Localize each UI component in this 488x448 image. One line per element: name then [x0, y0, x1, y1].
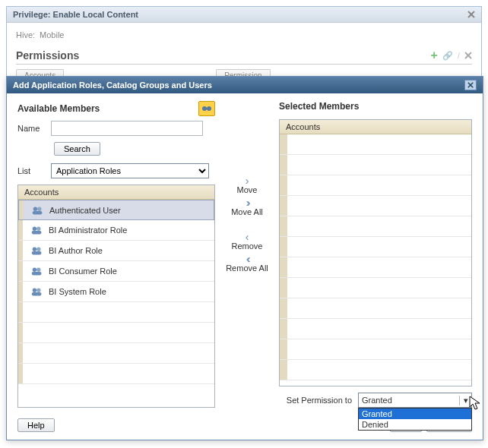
- empty-selected-row: [280, 175, 471, 196]
- hive-label: Hive:: [16, 30, 35, 39]
- set-permission-value: Granted: [362, 396, 392, 405]
- privilege-title: Privilege: Enable Local Content: [13, 10, 138, 19]
- search-button[interactable]: Search: [54, 142, 100, 156]
- set-permission-row: Set Permission to Granted ▾ GrantedDenie…: [279, 393, 472, 408]
- selected-list: Accounts: [279, 119, 472, 386]
- available-role-row[interactable]: BI Administrator Role: [18, 220, 214, 241]
- empty-selected-row: [280, 278, 471, 298]
- role-icon: [30, 225, 44, 235]
- svg-rect-17: [32, 251, 42, 255]
- available-rows: Authenticated UserBI Administrator RoleB…: [18, 200, 214, 407]
- remove-button[interactable]: ‹ Remove: [232, 233, 263, 251]
- dropdown-arrow-icon: ▾: [459, 396, 471, 405]
- role-label: Authenticated User: [49, 206, 121, 215]
- chevron-right-icon: ›: [246, 177, 249, 185]
- svg-rect-20: [32, 272, 42, 276]
- shuttle-buttons: › Move ›› Move All ‹ Remove ‹‹ Remove Al…: [224, 101, 270, 408]
- available-list: Accounts Authenticated UserBI Administra…: [17, 185, 215, 408]
- empty-selected-row: [280, 319, 471, 339]
- empty-selected-row: [280, 257, 471, 278]
- svg-point-9: [33, 207, 37, 210]
- role-icon: [31, 205, 45, 216]
- empty-selected-row: [280, 155, 471, 175]
- svg-rect-8: [206, 108, 208, 109]
- separator-icon: /: [458, 51, 460, 60]
- empty-row: [18, 323, 214, 343]
- link-icon[interactable]: 🔗: [442, 51, 453, 61]
- name-label: Name: [17, 124, 45, 133]
- available-role-row[interactable]: BI System Role: [18, 282, 214, 302]
- selected-rows: [280, 134, 471, 386]
- dialog-columns: Available Members Name Search List Appli…: [17, 101, 472, 408]
- permissions-header: Permissions + 🔗 /: [16, 49, 472, 65]
- svg-point-15: [33, 248, 36, 251]
- permissions-heading: Permissions: [16, 49, 79, 62]
- selected-members-heading: Selected Members: [279, 101, 359, 112]
- available-list-header: Accounts: [18, 185, 214, 200]
- role-label: BI Administrator Role: [49, 226, 127, 235]
- svg-rect-11: [33, 210, 43, 214]
- empty-selected-row: [280, 216, 471, 237]
- available-role-row[interactable]: Authenticated User: [18, 200, 214, 220]
- svg-point-19: [36, 268, 40, 272]
- svg-point-13: [36, 227, 40, 231]
- role-icon: [30, 286, 44, 297]
- empty-selected-row: [280, 360, 471, 380]
- role-label: BI Author Role: [49, 246, 103, 255]
- svg-rect-23: [32, 292, 42, 296]
- permission-option[interactable]: Granted: [359, 409, 471, 419]
- list-label: List: [17, 166, 45, 175]
- list-select[interactable]: Application Roles: [51, 163, 209, 178]
- remove-perm-icon[interactable]: [464, 52, 472, 59]
- hive-row: Hive: Mobile: [16, 30, 472, 39]
- chevron-left-icon: ‹: [246, 233, 249, 241]
- privilege-titlebar: Privilege: Enable Local Content: [7, 7, 481, 23]
- dialog-titlebar[interactable]: Add Application Roles, Catalog Groups an…: [7, 77, 483, 93]
- set-permission-combo[interactable]: Granted ▾ GrantedDenied: [358, 393, 472, 408]
- privilege-close-icon[interactable]: [467, 11, 475, 18]
- svg-point-10: [37, 207, 41, 210]
- dialog-body: Available Members Name Search List Appli…: [7, 93, 483, 438]
- empty-row: [18, 343, 214, 364]
- svg-rect-14: [32, 231, 42, 235]
- hive-value: Mobile: [40, 30, 64, 39]
- available-members-heading: Available Members: [17, 103, 100, 114]
- name-input[interactable]: [51, 121, 203, 136]
- svg-point-18: [33, 268, 36, 272]
- role-icon: [30, 266, 44, 276]
- add-members-dialog: Add Application Roles, Catalog Groups an…: [6, 76, 483, 440]
- empty-row: [18, 302, 214, 323]
- empty-selected-row: [280, 237, 471, 257]
- help-button[interactable]: Help: [17, 418, 55, 432]
- selected-list-header: Accounts: [280, 120, 471, 134]
- available-members-panel: Available Members Name Search List Appli…: [17, 101, 215, 408]
- set-permission-label: Set Permission to: [287, 396, 352, 405]
- move-button[interactable]: › Move: [237, 177, 258, 194]
- remove-all-button[interactable]: ‹‹ Remove All: [226, 255, 268, 273]
- empty-selected-row: [280, 339, 471, 360]
- empty-selected-row: [280, 196, 471, 216]
- svg-point-12: [33, 227, 36, 231]
- dialog-close-button[interactable]: [464, 80, 477, 90]
- role-label: BI Consumer Role: [49, 267, 117, 276]
- available-role-row[interactable]: BI Author Role: [18, 241, 214, 261]
- role-icon: [30, 245, 44, 256]
- empty-row: [18, 364, 214, 384]
- available-role-row[interactable]: BI Consumer Role: [18, 261, 214, 282]
- svg-point-22: [36, 289, 40, 292]
- move-all-button[interactable]: ›› Move All: [231, 199, 263, 216]
- set-permission-dropdown: GrantedDenied: [358, 408, 472, 431]
- dialog-title: Add Application Roles, Catalog Groups an…: [13, 80, 212, 90]
- role-label: BI System Role: [49, 287, 106, 296]
- permission-option[interactable]: Denied: [359, 419, 471, 430]
- add-icon[interactable]: +: [431, 49, 438, 62]
- find-icon[interactable]: [198, 101, 215, 116]
- empty-selected-row: [280, 134, 471, 155]
- selected-members-panel: Selected Members Accounts Set Permission…: [279, 101, 472, 408]
- svg-point-21: [33, 289, 36, 292]
- svg-point-16: [36, 248, 40, 251]
- permissions-toolbar: + 🔗 /: [431, 49, 472, 62]
- empty-selected-row: [280, 298, 471, 319]
